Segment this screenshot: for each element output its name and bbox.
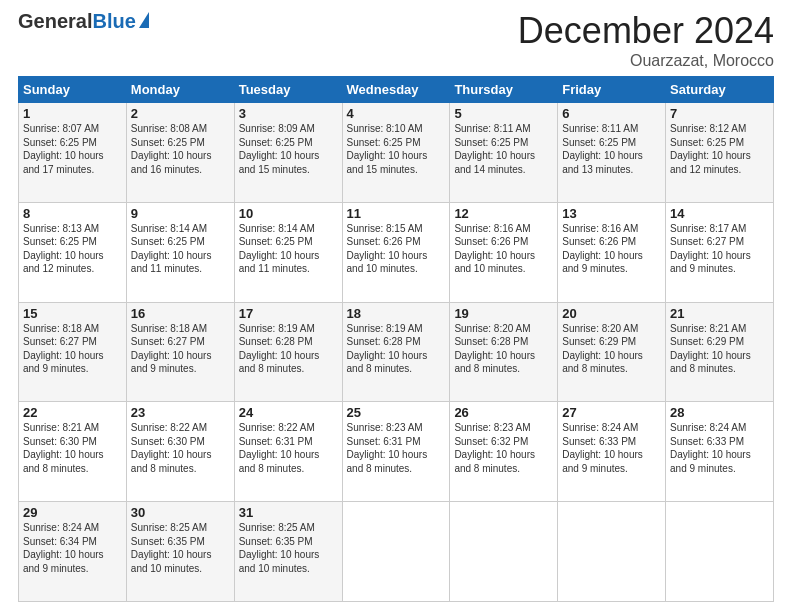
calendar-cell: 4Sunrise: 8:10 AMSunset: 6:25 PMDaylight… (342, 103, 450, 203)
day-number: 24 (239, 405, 338, 420)
calendar-cell: 19Sunrise: 8:20 AMSunset: 6:28 PMDayligh… (450, 302, 558, 402)
calendar-cell: 2Sunrise: 8:08 AMSunset: 6:25 PMDaylight… (126, 103, 234, 203)
calendar-cell: 24Sunrise: 8:22 AMSunset: 6:31 PMDayligh… (234, 402, 342, 502)
calendar-cell: 21Sunrise: 8:21 AMSunset: 6:29 PMDayligh… (666, 302, 774, 402)
calendar-week-5: 29Sunrise: 8:24 AMSunset: 6:34 PMDayligh… (19, 502, 774, 602)
day-info: Sunrise: 8:18 AMSunset: 6:27 PMDaylight:… (131, 322, 230, 376)
calendar-cell: 10Sunrise: 8:14 AMSunset: 6:25 PMDayligh… (234, 202, 342, 302)
day-number: 26 (454, 405, 553, 420)
day-number: 6 (562, 106, 661, 121)
month-title: December 2024 (518, 10, 774, 52)
day-number: 19 (454, 306, 553, 321)
calendar-cell: 12Sunrise: 8:16 AMSunset: 6:26 PMDayligh… (450, 202, 558, 302)
calendar-cell: 25Sunrise: 8:23 AMSunset: 6:31 PMDayligh… (342, 402, 450, 502)
calendar-table: SundayMondayTuesdayWednesdayThursdayFrid… (18, 76, 774, 602)
day-info: Sunrise: 8:14 AMSunset: 6:25 PMDaylight:… (239, 222, 338, 276)
day-info: Sunrise: 8:11 AMSunset: 6:25 PMDaylight:… (562, 122, 661, 176)
day-info: Sunrise: 8:16 AMSunset: 6:26 PMDaylight:… (454, 222, 553, 276)
day-number: 4 (347, 106, 446, 121)
day-number: 9 (131, 206, 230, 221)
day-info: Sunrise: 8:20 AMSunset: 6:29 PMDaylight:… (562, 322, 661, 376)
calendar-cell: 30Sunrise: 8:25 AMSunset: 6:35 PMDayligh… (126, 502, 234, 602)
day-number: 27 (562, 405, 661, 420)
day-info: Sunrise: 8:08 AMSunset: 6:25 PMDaylight:… (131, 122, 230, 176)
weekday-header-sunday: Sunday (19, 77, 127, 103)
day-info: Sunrise: 8:13 AMSunset: 6:25 PMDaylight:… (23, 222, 122, 276)
day-number: 28 (670, 405, 769, 420)
day-number: 18 (347, 306, 446, 321)
calendar-week-2: 8Sunrise: 8:13 AMSunset: 6:25 PMDaylight… (19, 202, 774, 302)
calendar-cell: 27Sunrise: 8:24 AMSunset: 6:33 PMDayligh… (558, 402, 666, 502)
calendar-cell: 9Sunrise: 8:14 AMSunset: 6:25 PMDaylight… (126, 202, 234, 302)
calendar-cell (558, 502, 666, 602)
day-info: Sunrise: 8:15 AMSunset: 6:26 PMDaylight:… (347, 222, 446, 276)
day-number: 2 (131, 106, 230, 121)
day-info: Sunrise: 8:12 AMSunset: 6:25 PMDaylight:… (670, 122, 769, 176)
page: General Blue December 2024 Ouarzazat, Mo… (0, 0, 792, 612)
day-info: Sunrise: 8:22 AMSunset: 6:31 PMDaylight:… (239, 421, 338, 475)
day-number: 16 (131, 306, 230, 321)
calendar-cell: 31Sunrise: 8:25 AMSunset: 6:35 PMDayligh… (234, 502, 342, 602)
day-number: 17 (239, 306, 338, 321)
calendar-cell (342, 502, 450, 602)
calendar-cell: 17Sunrise: 8:19 AMSunset: 6:28 PMDayligh… (234, 302, 342, 402)
day-info: Sunrise: 8:07 AMSunset: 6:25 PMDaylight:… (23, 122, 122, 176)
day-info: Sunrise: 8:24 AMSunset: 6:34 PMDaylight:… (23, 521, 122, 575)
day-info: Sunrise: 8:20 AMSunset: 6:28 PMDaylight:… (454, 322, 553, 376)
day-info: Sunrise: 8:17 AMSunset: 6:27 PMDaylight:… (670, 222, 769, 276)
calendar-cell: 13Sunrise: 8:16 AMSunset: 6:26 PMDayligh… (558, 202, 666, 302)
day-info: Sunrise: 8:11 AMSunset: 6:25 PMDaylight:… (454, 122, 553, 176)
calendar-cell: 7Sunrise: 8:12 AMSunset: 6:25 PMDaylight… (666, 103, 774, 203)
weekday-header-row: SundayMondayTuesdayWednesdayThursdayFrid… (19, 77, 774, 103)
day-info: Sunrise: 8:19 AMSunset: 6:28 PMDaylight:… (239, 322, 338, 376)
calendar-cell: 8Sunrise: 8:13 AMSunset: 6:25 PMDaylight… (19, 202, 127, 302)
calendar-cell: 26Sunrise: 8:23 AMSunset: 6:32 PMDayligh… (450, 402, 558, 502)
day-info: Sunrise: 8:22 AMSunset: 6:30 PMDaylight:… (131, 421, 230, 475)
calendar-cell (666, 502, 774, 602)
calendar-cell: 20Sunrise: 8:20 AMSunset: 6:29 PMDayligh… (558, 302, 666, 402)
calendar-cell: 14Sunrise: 8:17 AMSunset: 6:27 PMDayligh… (666, 202, 774, 302)
day-info: Sunrise: 8:25 AMSunset: 6:35 PMDaylight:… (131, 521, 230, 575)
day-number: 14 (670, 206, 769, 221)
weekday-header-monday: Monday (126, 77, 234, 103)
calendar-cell (450, 502, 558, 602)
calendar-cell: 22Sunrise: 8:21 AMSunset: 6:30 PMDayligh… (19, 402, 127, 502)
day-number: 31 (239, 505, 338, 520)
weekday-header-saturday: Saturday (666, 77, 774, 103)
day-number: 11 (347, 206, 446, 221)
day-info: Sunrise: 8:23 AMSunset: 6:32 PMDaylight:… (454, 421, 553, 475)
day-number: 13 (562, 206, 661, 221)
day-number: 3 (239, 106, 338, 121)
day-info: Sunrise: 8:09 AMSunset: 6:25 PMDaylight:… (239, 122, 338, 176)
calendar-cell: 11Sunrise: 8:15 AMSunset: 6:26 PMDayligh… (342, 202, 450, 302)
calendar-cell: 23Sunrise: 8:22 AMSunset: 6:30 PMDayligh… (126, 402, 234, 502)
logo-triangle-icon (139, 12, 149, 28)
calendar-cell: 6Sunrise: 8:11 AMSunset: 6:25 PMDaylight… (558, 103, 666, 203)
calendar-cell: 16Sunrise: 8:18 AMSunset: 6:27 PMDayligh… (126, 302, 234, 402)
day-number: 1 (23, 106, 122, 121)
day-number: 23 (131, 405, 230, 420)
logo-blue-text: Blue (92, 10, 135, 33)
day-number: 7 (670, 106, 769, 121)
day-number: 8 (23, 206, 122, 221)
day-number: 30 (131, 505, 230, 520)
day-number: 15 (23, 306, 122, 321)
calendar-cell: 15Sunrise: 8:18 AMSunset: 6:27 PMDayligh… (19, 302, 127, 402)
day-info: Sunrise: 8:24 AMSunset: 6:33 PMDaylight:… (562, 421, 661, 475)
weekday-header-wednesday: Wednesday (342, 77, 450, 103)
day-number: 20 (562, 306, 661, 321)
day-number: 12 (454, 206, 553, 221)
header: General Blue December 2024 Ouarzazat, Mo… (18, 10, 774, 70)
calendar-week-1: 1Sunrise: 8:07 AMSunset: 6:25 PMDaylight… (19, 103, 774, 203)
calendar-cell: 28Sunrise: 8:24 AMSunset: 6:33 PMDayligh… (666, 402, 774, 502)
calendar-week-4: 22Sunrise: 8:21 AMSunset: 6:30 PMDayligh… (19, 402, 774, 502)
day-info: Sunrise: 8:19 AMSunset: 6:28 PMDaylight:… (347, 322, 446, 376)
calendar-cell: 5Sunrise: 8:11 AMSunset: 6:25 PMDaylight… (450, 103, 558, 203)
day-info: Sunrise: 8:21 AMSunset: 6:30 PMDaylight:… (23, 421, 122, 475)
calendar-cell: 1Sunrise: 8:07 AMSunset: 6:25 PMDaylight… (19, 103, 127, 203)
day-number: 5 (454, 106, 553, 121)
logo-general-text: General (18, 10, 92, 33)
calendar-cell: 18Sunrise: 8:19 AMSunset: 6:28 PMDayligh… (342, 302, 450, 402)
location-title: Ouarzazat, Morocco (518, 52, 774, 70)
day-info: Sunrise: 8:10 AMSunset: 6:25 PMDaylight:… (347, 122, 446, 176)
